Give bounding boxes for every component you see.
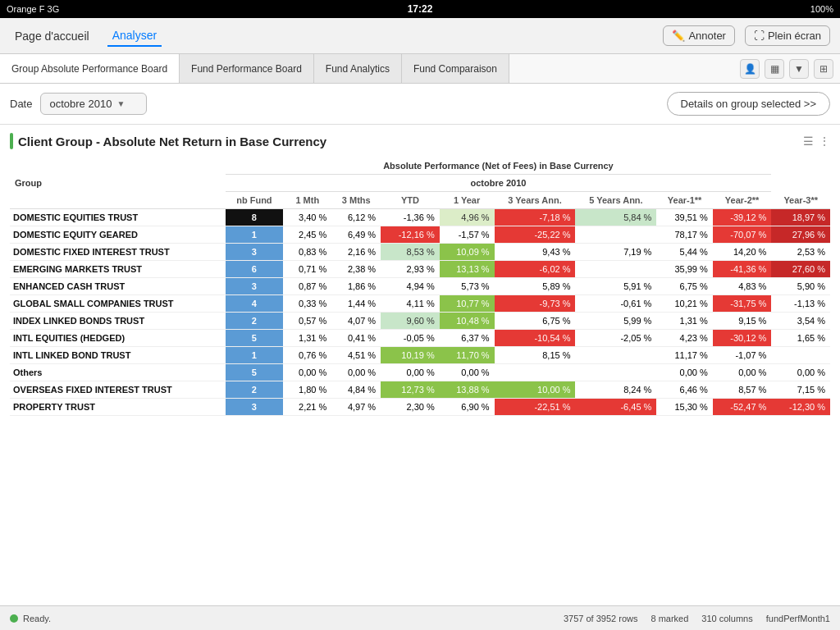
perf-cell <box>771 347 830 364</box>
table-row[interactable]: INTL LINKED BOND TRUST10,76 %4,51 %10,19… <box>10 347 830 364</box>
perf-cell: -1,36 % <box>381 209 440 226</box>
tab-group-abs-label: Group Absolute Performance Board <box>11 63 167 75</box>
nb-fund-cell: 3 <box>226 399 284 416</box>
perf-cell: -0,61 % <box>575 295 656 313</box>
group-name-cell: DOMESTIC EQUITIES TRUST <box>10 209 226 226</box>
perf-cell: 4,11 % <box>381 295 440 313</box>
table-row[interactable]: INDEX LINKED BONDS TRUST20,57 %4,07 %9,6… <box>10 313 830 330</box>
col-year2: Year-2** <box>713 192 772 209</box>
perf-cell <box>495 364 576 381</box>
perf-cell: 5,91 % <box>575 278 656 295</box>
perf-cell: 4,23 % <box>656 330 712 347</box>
nb-fund-cell: 3 <box>226 278 284 295</box>
perf-cell: 10,00 % <box>495 381 576 399</box>
perf-cell: 14,20 % <box>713 244 772 261</box>
perf-cell: 4,97 % <box>331 399 381 416</box>
nb-fund-cell: 8 <box>226 209 284 226</box>
perf-cell: 5,84 % <box>575 209 656 226</box>
ready-dot-icon <box>10 614 18 623</box>
top-nav: Page d'accueil Analyser ✏️ Annoter ⛶ Ple… <box>0 18 840 54</box>
bullet-icon[interactable]: ⋮ <box>819 135 830 148</box>
grid-icon-btn[interactable]: ▦ <box>765 59 784 79</box>
perf-cell: 4,83 % <box>713 278 772 295</box>
perf-cell: 4,84 % <box>331 381 381 399</box>
nb-fund-cell: 5 <box>226 364 284 381</box>
table-row[interactable]: DOMESTIC EQUITY GEARED12,45 %6,49 %-12,1… <box>10 226 830 244</box>
perf-cell: 13,88 % <box>440 381 495 399</box>
perf-cell: -39,12 % <box>713 209 772 226</box>
toolbar: Date octobre 2010 ▼ Details on group sel… <box>0 84 840 125</box>
perf-cell: -6,02 % <box>495 261 576 278</box>
perf-cell: 2,53 % <box>771 244 830 261</box>
table-row[interactable]: GLOBAL SMALL COMPANIES TRUST40,33 %1,44 … <box>10 295 830 313</box>
module-info: fundPerfMonth1 <box>766 614 830 623</box>
columns-info: 310 columns <box>701 614 752 623</box>
nb-fund-cell: 3 <box>226 244 284 261</box>
perf-cell: 0,57 % <box>283 313 331 330</box>
table-row[interactable]: INTL EQUITIES (HEDGED)51,31 %0,41 %-0,05… <box>10 330 830 347</box>
list-icon[interactable]: ☰ <box>803 135 814 148</box>
details-button[interactable]: Details on group selected >> <box>667 92 831 116</box>
tab-fund-analytics[interactable]: Fund Analytics <box>314 54 402 83</box>
fullscreen-icon: ⛶ <box>754 30 765 42</box>
table-row[interactable]: ENHANCED CASH TRUST30,87 %1,86 %4,94 %5,… <box>10 278 830 295</box>
person-icon-btn[interactable]: 👤 <box>740 59 760 79</box>
perf-cell: -25,22 % <box>495 226 576 244</box>
tab-fund-comp[interactable]: Fund Comparaison <box>402 54 509 83</box>
table-row[interactable]: DOMESTIC FIXED INTEREST TRUST30,83 %2,16… <box>10 244 830 261</box>
tab-group-abs[interactable]: Group Absolute Performance Board <box>0 54 180 83</box>
perf-cell: 1,86 % <box>331 278 381 295</box>
table-row[interactable]: Others50,00 %0,00 %0,00 %0,00 %0,00 %0,0… <box>10 364 830 381</box>
perf-cell: 3,40 % <box>283 209 331 226</box>
annotate-button[interactable]: ✏️ Annoter <box>663 25 735 46</box>
perf-cell <box>575 347 656 364</box>
perf-cell: 0,00 % <box>381 364 440 381</box>
analyze-button[interactable]: Analyser <box>107 25 162 47</box>
perf-cell: -31,75 % <box>713 295 772 313</box>
perf-cell: 11,17 % <box>656 347 712 364</box>
tab-bar: Group Absolute Performance Board Fund Pe… <box>0 54 840 84</box>
perf-cell: 6,49 % <box>331 226 381 244</box>
perf-cell: -7,18 % <box>495 209 576 226</box>
perf-cell: -10,54 % <box>495 330 576 347</box>
perf-cell: 0,87 % <box>283 278 331 295</box>
perf-cell: -41,36 % <box>713 261 772 278</box>
table-row[interactable]: DOMESTIC EQUITIES TRUST83,40 %6,12 %-1,3… <box>10 209 830 226</box>
perf-cell: 6,46 % <box>656 381 712 399</box>
col-perf-header: Absolute Performance (Net of Fees) in Ba… <box>226 158 772 175</box>
perf-cell: 5,73 % <box>440 278 495 295</box>
date-select[interactable]: octobre 2010 ▼ <box>40 93 147 115</box>
perf-cell: 0,00 % <box>656 364 712 381</box>
perf-cell: -9,73 % <box>495 295 576 313</box>
perf-cell: 3,54 % <box>771 313 830 330</box>
date-label: Date <box>10 98 32 110</box>
tab-fund-perf[interactable]: Fund Performance Board <box>180 54 314 83</box>
perf-cell: 2,16 % <box>331 244 381 261</box>
perf-cell: 0,00 % <box>771 364 830 381</box>
section-title-label: Client Group - Absolute Net Return in Ba… <box>18 135 326 148</box>
settings-icon-btn[interactable]: ⊞ <box>814 59 833 79</box>
perf-cell: 1,80 % <box>283 381 331 399</box>
filter-icon-btn[interactable]: ▼ <box>789 59 809 79</box>
perf-cell <box>575 226 656 244</box>
home-button[interactable]: Page d'accueil <box>10 26 94 46</box>
table-row[interactable]: OVERSEAS FIXED INTEREST TRUST21,80 %4,84… <box>10 381 830 399</box>
status-bar: Orange F 3G 17:22 100% <box>0 0 840 18</box>
perf-cell: 6,75 % <box>656 278 712 295</box>
perf-cell: 6,90 % <box>440 399 495 416</box>
fullscreen-button[interactable]: ⛶ Plein écran <box>745 25 830 46</box>
tab-fund-comp-label: Fund Comparaison <box>413 63 497 75</box>
perf-cell: 27,60 % <box>771 261 830 278</box>
section-title-text: Client Group - Absolute Net Return in Ba… <box>10 133 326 149</box>
nb-fund-cell: 1 <box>226 226 284 244</box>
annotate-label: Annoter <box>688 30 726 42</box>
table-row[interactable]: EMERGING MARKETS TRUST60,71 %2,38 %2,93 … <box>10 261 830 278</box>
perf-cell: 5,44 % <box>656 244 712 261</box>
group-name-cell: PROPERTY TRUST <box>10 399 226 416</box>
perf-cell: 6,12 % <box>331 209 381 226</box>
perf-cell: -30,12 % <box>713 330 772 347</box>
perf-cell: 5,90 % <box>771 278 830 295</box>
perf-cell: 5,99 % <box>575 313 656 330</box>
table-row[interactable]: PROPERTY TRUST32,21 %4,97 %2,30 %6,90 %-… <box>10 399 830 416</box>
perf-cell: 0,00 % <box>713 364 772 381</box>
